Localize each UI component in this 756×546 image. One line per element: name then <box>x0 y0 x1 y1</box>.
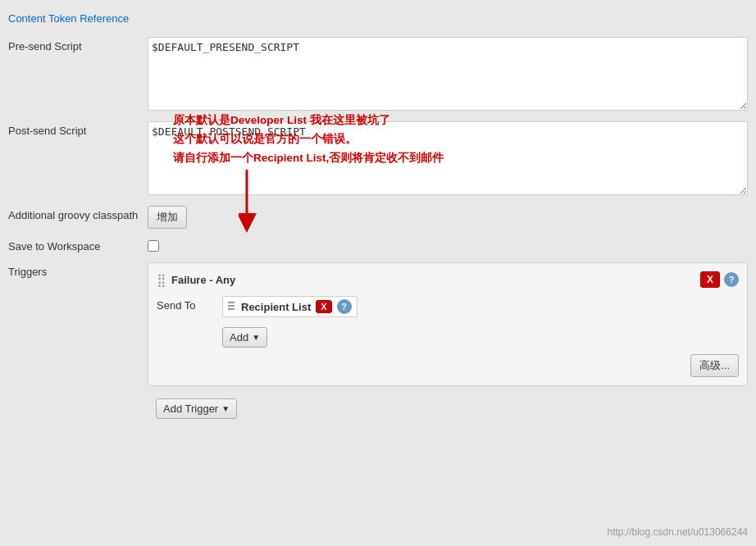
recipient-area: Recipient List X ? Add ▼ <box>222 296 739 348</box>
recipient-tag: Recipient List X ? <box>222 296 358 317</box>
add-dropdown-arrow: ▼ <box>252 333 260 342</box>
main-container: Content Token Reference Pre-send Script … <box>0 0 756 439</box>
presend-textarea[interactable]: $DEFAULT_PRESEND_SCRIPT <box>148 37 748 111</box>
watermark: http://blog.csdn.net/u013066244 <box>608 526 748 538</box>
triggers-section: 原本默认是Developer List 我在这里被坑了 这个默认可以说是官方的一… <box>148 262 748 423</box>
add-trigger-label: Add Trigger <box>163 403 218 415</box>
postsend-row: Post-send Script $DEFAULT_POSTSEND_SCRIP… <box>0 121 756 198</box>
save-workspace-control <box>148 237 748 254</box>
trigger-help-icon[interactable]: ? <box>724 272 739 287</box>
save-workspace-label: Save to Workspace <box>8 237 148 253</box>
add-trigger-button[interactable]: Add Trigger ▼ <box>156 398 237 419</box>
content-token-section: Content Token Reference <box>0 8 756 37</box>
content-token-link[interactable]: Content Token Reference <box>8 12 129 25</box>
recipient-remove-button[interactable]: X <box>316 300 331 313</box>
send-to-row: Send To Recipient List X ? Add <box>157 296 739 348</box>
presend-label: Pre-send Script <box>8 37 148 52</box>
advanced-row: 高级... <box>157 354 739 377</box>
save-workspace-checkbox[interactable] <box>148 240 159 252</box>
groovy-add-button[interactable]: 增加 <box>148 206 187 229</box>
trigger-box: 原本默认是Developer List 我在这里被坑了 这个默认可以说是官方的一… <box>148 262 748 386</box>
groovy-control: 增加 <box>148 206 748 229</box>
trigger-drag-handle: ⣿ <box>157 272 166 288</box>
add-btn-label: Add <box>230 331 248 344</box>
postsend-control: $DEFAULT_POSTSEND_SCRIPT <box>148 121 748 198</box>
groovy-row: Additional groovy classpath 增加 <box>0 206 756 229</box>
trigger-remove-button[interactable]: X <box>700 271 720 288</box>
recipient-label-text: Recipient List <box>241 301 311 313</box>
recipient-add-button[interactable]: Add ▼ <box>222 327 267 348</box>
trigger-header: ⣿ Failure - Any X ? <box>157 271 739 288</box>
save-workspace-row: Save to Workspace <box>0 237 756 254</box>
advanced-button[interactable]: 高级... <box>690 354 739 377</box>
groovy-label: Additional groovy classpath <box>8 206 148 221</box>
send-to-label: Send To <box>157 296 222 312</box>
add-trigger-arrow: ▼ <box>221 404 230 413</box>
triggers-label: Triggers <box>8 262 148 278</box>
trigger-top-right: X ? <box>700 271 739 288</box>
recipient-tag-wrapper: Recipient List X ? <box>222 296 739 322</box>
add-trigger-section: Add Trigger ▼ <box>148 394 748 423</box>
recipient-help-icon[interactable]: ? <box>337 299 352 314</box>
recipient-drag-dots <box>228 302 235 312</box>
presend-control: $DEFAULT_PRESEND_SCRIPT <box>148 37 748 113</box>
presend-row: Pre-send Script $DEFAULT_PRESEND_SCRIPT <box>0 37 756 113</box>
triggers-row: Triggers 原本默认是Developer List 我在这里被坑了 这个默… <box>0 262 756 423</box>
trigger-title: Failure - Any <box>171 274 700 286</box>
postsend-label: Post-send Script <box>8 121 148 137</box>
postsend-textarea[interactable]: $DEFAULT_POSTSEND_SCRIPT <box>148 121 748 195</box>
